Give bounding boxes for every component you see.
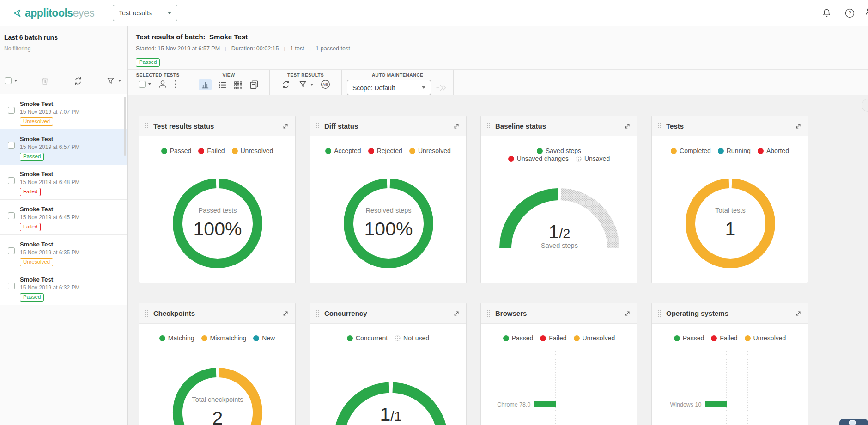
expand-button[interactable] [282,123,289,129]
run-checkbox[interactable] [8,177,15,184]
card-chart: Passed tests100% [139,136,295,283]
donut-center-label: Total tests [715,207,745,214]
batch-run-item[interactable]: Smoke Test15 Nov 2019 at 6:35 PMUnresolv… [0,235,127,270]
run-date: 15 Nov 2019 at 6:35 PM [20,249,79,256]
expand-button[interactable] [282,310,289,317]
run-checkbox[interactable] [8,107,15,114]
legend-color-dot [159,335,165,341]
expand-button[interactable] [795,123,801,129]
drag-handle-icon[interactable] [316,310,319,317]
run-checkbox[interactable] [8,283,15,289]
top-bar: applitools eyes Test results ? [0,0,868,26]
drag-handle-icon[interactable] [487,310,490,317]
donut-center-value: 2 [212,407,223,425]
bar-category-label: Chrome 78.0 [497,401,530,408]
run-date: 15 Nov 2019 at 7:07 PM [20,109,79,115]
card-baseline-status: Baseline statusSaved stepsUnsaved change… [480,116,637,283]
card-title: Browsers [495,309,527,317]
batch-run-item[interactable]: Smoke Test15 Nov 2019 at 6:32 PMPassed [0,270,127,305]
help-icon[interactable]: ? [844,8,855,18]
batch-run-item[interactable]: Smoke Test15 Nov 2019 at 7:07 PMUnresolv… [0,94,127,129]
sidebar-scrollbar[interactable] [124,97,126,156]
main-panel: Test results of batch: Smoke Test Starte… [128,26,868,425]
card-test-results-status: Test results statusPassedFailedUnresolve… [139,116,296,283]
expand-button[interactable] [453,310,460,317]
expand-icon [453,310,460,317]
legend-item: Unsaved [576,155,610,162]
notifications-bell-icon[interactable] [821,8,832,18]
drag-handle-icon[interactable] [145,310,148,317]
legend-item: Failed [540,334,566,342]
expand-icon [282,123,289,129]
legend-label: Unresolved [241,147,273,154]
card-checkpoints: CheckpointsMatchingMismatchingNewTotal c… [139,303,296,425]
drag-handle-icon[interactable] [658,123,661,129]
run-info: Smoke Test15 Nov 2019 at 6:48 PMFailed [20,171,79,199]
expand-button[interactable] [624,310,631,317]
select-tests-checkbox[interactable] [139,81,151,88]
app-mode-dropdown[interactable]: Test results [113,5,177,21]
legend-color-dot [368,148,374,154]
batch-run-item[interactable]: Smoke Test15 Nov 2019 at 6:57 PMPassed [0,129,127,165]
legend-color-dot [576,156,582,162]
toolbar-section-label: SELECTED TESTS [128,73,188,78]
legend-color-dot [325,148,331,154]
run-maintenance-icon [436,84,448,92]
filter-button[interactable] [106,76,121,86]
legend-item: Passed [503,334,534,342]
card-body: PassedFailedUnresolvedPassed tests100% [139,136,295,283]
maintenance-scope-dropdown[interactable]: Scope: Default [347,80,431,95]
app-mode-value: Test results [119,9,152,17]
drag-handle-icon[interactable] [487,123,490,129]
card-view-icon[interactable] [249,80,259,90]
refresh-icon[interactable] [281,80,291,90]
legend-item: Passed [161,147,192,154]
expand-button[interactable] [624,123,631,129]
legend-item: Aborted [758,147,789,154]
run-checkbox[interactable] [8,142,15,149]
drag-handle-icon[interactable] [658,310,661,317]
run-checkbox[interactable] [8,212,15,219]
legend-label: Failed [207,147,225,154]
expand-button[interactable] [453,123,460,129]
donut-center-label: Total checkpoints [192,396,243,403]
chart-legend: MatchingMismatchingNew [139,334,295,342]
more-options-kebab-icon[interactable] [174,80,177,89]
chat-launcher[interactable] [839,419,868,425]
run-checkbox[interactable] [8,247,15,254]
list-view-icon[interactable] [218,80,227,90]
view-charts-button[interactable] [199,79,212,90]
legend-color-dot [745,335,751,341]
card-body: CompletedRunningAbortedTotal tests1 [652,136,808,283]
legend-item: Matching [159,334,194,342]
drag-handle-icon[interactable] [316,123,319,129]
run-status-badge: Failed [20,188,41,196]
expand-button[interactable] [795,310,801,317]
expand-icon [795,310,801,317]
legend-label: Passed [170,147,192,154]
user-avatar-icon[interactable] [864,6,868,19]
card-body: Saved stepsUnsaved changesUnsaved1/2Save… [481,136,637,283]
delete-trash-icon [40,76,50,86]
grid-view-icon[interactable] [233,80,243,90]
card-title: Concurrency [324,309,367,317]
batch-duration: Duration: 00:02:15 [231,45,279,52]
ab-compare-icon[interactable]: A/B [320,79,331,90]
expand-icon [795,123,801,129]
checkbox-icon [139,81,146,88]
applitools-logo: applitools eyes [13,7,94,19]
refresh-icon[interactable] [73,76,83,86]
drag-handle-icon[interactable] [145,123,148,129]
sidebar-toolbar [0,68,127,94]
legend-item: Unresolved [745,334,786,342]
filter-results-button[interactable] [298,80,313,89]
batch-started: Started: 15 Nov 2019 at 6:57 PM [136,45,220,52]
bar-passed [534,401,556,407]
batch-run-item[interactable]: Smoke Test15 Nov 2019 at 6:45 PMFailed [0,200,127,235]
legend-item: Passed [674,334,704,342]
assign-user-icon[interactable] [158,79,168,89]
batch-run-item[interactable]: Smoke Test15 Nov 2019 at 6:48 PMFailed [0,165,127,200]
toolbar-section-label: VIEW [188,73,269,78]
select-all-checkbox[interactable] [5,77,17,84]
chart-legend: ConcurrentNot used [310,334,466,342]
